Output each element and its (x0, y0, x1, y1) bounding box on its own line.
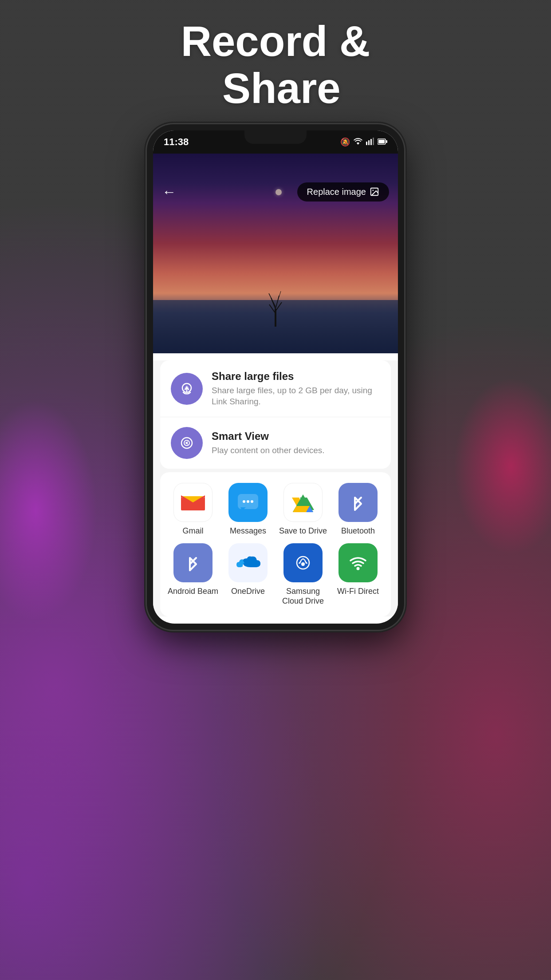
apps-grid-card: Gmail (160, 472, 391, 616)
phone-notch (244, 130, 307, 144)
android-beam-icon (173, 543, 213, 582)
phone-frame: 11:38 🔕 (147, 124, 404, 630)
svg-rect-2 (370, 139, 372, 145)
battery-icon (378, 138, 387, 147)
android-beam-app-item[interactable]: Android Beam (167, 543, 219, 606)
svg-rect-7 (275, 309, 276, 327)
svg-rect-3 (373, 138, 374, 145)
tree-silhouette (267, 291, 284, 327)
share-options-card: Share large files Share large files, up … (160, 360, 391, 469)
onedrive-app-item[interactable]: OneDrive (222, 543, 274, 606)
svg-point-24 (243, 500, 245, 503)
share-large-files-item[interactable]: Share large files Share large files, up … (160, 360, 391, 417)
svg-rect-6 (386, 140, 387, 143)
messages-app-item[interactable]: Messages (222, 483, 274, 536)
save-to-drive-icon (283, 483, 323, 522)
gmail-icon (173, 483, 213, 522)
wifi-direct-app-item[interactable]: Wi-Fi Direct (332, 543, 384, 606)
phone-toolbar: ← Replace image (153, 177, 398, 207)
android-beam-label: Android Beam (168, 587, 218, 597)
replace-image-button[interactable]: Replace image (297, 182, 389, 202)
svg-point-25 (247, 500, 249, 503)
bluetooth-label: Bluetooth (341, 526, 375, 536)
svg-rect-5 (378, 140, 385, 143)
svg-point-31 (357, 567, 360, 570)
share-large-files-desc: Share large files, up to 2 GB per day, u… (212, 385, 380, 407)
smart-view-icon (171, 427, 203, 459)
smart-view-desc: Play content on other devices. (212, 445, 325, 456)
svg-rect-0 (366, 142, 367, 145)
save-to-drive-app-item[interactable]: Save to Drive (277, 483, 329, 536)
messages-icon (228, 483, 268, 522)
bluetooth-icon (338, 483, 378, 522)
bluetooth-app-item[interactable]: Bluetooth (332, 483, 384, 536)
status-icons: 🔕 (340, 137, 387, 147)
status-time: 11:38 (164, 136, 189, 148)
replace-image-label: Replace image (307, 187, 366, 197)
messages-label: Messages (230, 526, 266, 536)
wifi-direct-icon (338, 543, 378, 582)
share-large-files-icon (171, 373, 203, 405)
onedrive-label: OneDrive (231, 587, 265, 597)
svg-point-26 (251, 500, 253, 503)
bottom-sheet: Share large files Share large files, up … (153, 360, 398, 616)
svg-point-30 (301, 562, 305, 566)
mute-icon: 🔕 (340, 137, 350, 147)
apps-grid: Gmail (167, 483, 384, 606)
onedrive-icon (228, 543, 268, 582)
main-image: ← Replace image (153, 154, 398, 353)
gmail-app-item[interactable]: Gmail (167, 483, 219, 536)
signal-icon (366, 137, 374, 147)
share-large-files-info: Share large files Share large files, up … (212, 370, 380, 407)
samsung-cloud-drive-icon (283, 543, 323, 582)
phone-screen: 11:38 🔕 (153, 130, 398, 624)
gmail-label: Gmail (182, 526, 203, 536)
svg-point-15 (372, 190, 374, 191)
smart-view-info: Smart View Play content on other devices… (212, 430, 325, 456)
samsung-cloud-drive-app-item[interactable]: Samsung Cloud Drive (277, 543, 329, 606)
page-title: Record & Share (0, 18, 551, 111)
smart-view-title: Smart View (212, 430, 325, 443)
svg-rect-1 (368, 140, 370, 145)
samsung-cloud-drive-label: Samsung Cloud Drive (277, 587, 329, 606)
svg-line-13 (276, 291, 281, 308)
smart-view-item[interactable]: Smart View Play content on other devices… (160, 417, 391, 469)
phone-mockup: 11:38 🔕 (147, 124, 404, 630)
wifi-direct-label: Wi-Fi Direct (337, 587, 379, 597)
wifi-icon (354, 137, 362, 147)
save-to-drive-label: Save to Drive (279, 526, 327, 536)
back-button[interactable]: ← (162, 184, 176, 200)
share-large-files-title: Share large files (212, 370, 380, 383)
